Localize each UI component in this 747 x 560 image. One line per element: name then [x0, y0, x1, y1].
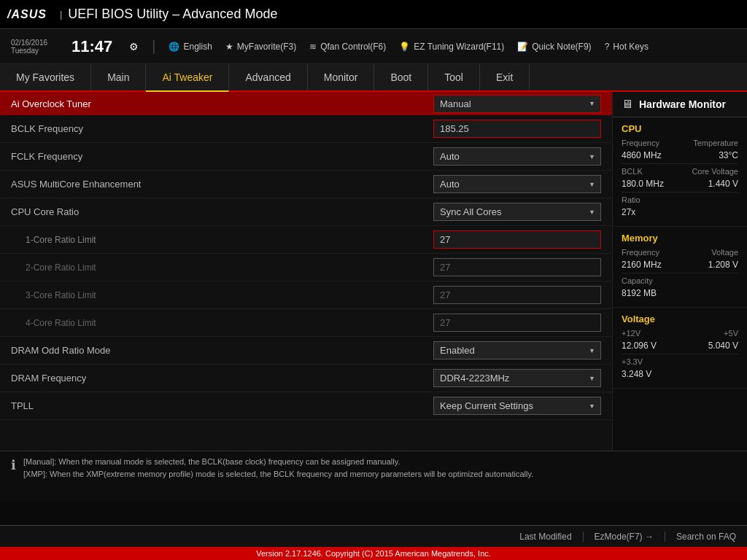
- nav-boot[interactable]: Boot: [374, 64, 428, 90]
- header-divider: |: [60, 9, 62, 20]
- dram-odd-ratio-wrapper[interactable]: Enabled Disabled: [433, 341, 601, 359]
- cpu-ratio-value-row: 27x: [622, 207, 738, 217]
- core3-ratio-row: 3-Core Ratio Limit: [0, 281, 612, 309]
- multicore-select-wrapper[interactable]: Auto Disabled: [433, 175, 601, 193]
- settings-panel: Ai Overclock Tuner Manual Auto XMP I XMP…: [0, 92, 612, 451]
- ezmode-button[interactable]: EzMode(F7) →: [584, 532, 665, 542]
- globe-icon: 🌐: [169, 42, 179, 52]
- hot-keys-label: Hot Keys: [613, 42, 649, 52]
- cpu-ratio-label: Ratio: [622, 195, 640, 204]
- topbar-divider: |: [152, 38, 155, 55]
- ez-tuning-button[interactable]: 💡 EZ Tuning Wizard(F11): [399, 42, 504, 52]
- v33-label-row: +3.3V: [622, 357, 738, 366]
- memory-section: Memory Frequency Voltage 2160 MHz 1.208 …: [613, 227, 747, 308]
- tpll-label: TPLL: [11, 400, 433, 411]
- nav-monitor[interactable]: Monitor: [308, 64, 375, 90]
- monitor-icon: 🖥: [622, 98, 633, 111]
- mem-volt-value: 1.208 V: [708, 260, 738, 270]
- core3-ratio-label: 3-Core Ratio Limit: [11, 290, 433, 300]
- hw-divider-2: [622, 192, 738, 192]
- date: 02/16/2016: [11, 39, 58, 47]
- qfan-label: Qfan Control(F6): [320, 42, 386, 52]
- nav-tool[interactable]: Tool: [428, 64, 480, 90]
- hot-keys-button[interactable]: ? Hot Keys: [605, 42, 649, 52]
- dram-odd-ratio-label: DRAM Odd Ratio Mode: [11, 345, 433, 356]
- cpu-bclk-label: BCLK: [622, 167, 643, 176]
- cpu-core-ratio-wrapper[interactable]: Sync All Cores Per Core Auto: [433, 203, 601, 221]
- bclk-frequency-input[interactable]: [433, 120, 601, 138]
- dram-frequency-row: DRAM Frequency DDR4-2223MHz Auto: [0, 365, 612, 392]
- search-faq-button[interactable]: Search on FAQ: [665, 532, 747, 542]
- dram-frequency-label: DRAM Frequency: [11, 373, 433, 384]
- core1-ratio-row: 1-Core Ratio Limit: [0, 226, 612, 254]
- last-modified-button[interactable]: Last Modified: [508, 532, 583, 542]
- core4-ratio-label: 4-Core Ratio Limit: [11, 318, 433, 328]
- ai-overclock-select-wrapper[interactable]: Manual Auto XMP I XMP II: [433, 95, 601, 113]
- dram-frequency-wrapper[interactable]: DDR4-2223MHz Auto: [433, 369, 601, 387]
- core4-ratio-input[interactable]: [433, 314, 601, 332]
- cpu-freq-value: 4860 MHz: [622, 150, 662, 160]
- nav-exit[interactable]: Exit: [480, 64, 530, 90]
- mem-cap-value: 8192 MB: [622, 288, 657, 298]
- day: Tuesday: [11, 47, 58, 55]
- nav-ai-tweaker[interactable]: Ai Tweaker: [146, 64, 229, 92]
- fclk-select[interactable]: Auto: [433, 147, 601, 166]
- time-display: 11:47: [71, 37, 112, 56]
- v33-value-row: 3.248 V: [622, 369, 738, 379]
- mem-freq-value: 2160 MHz: [622, 260, 662, 270]
- cpu-bclk-row: BCLK Core Voltage: [622, 167, 738, 176]
- cpu-corevolt-value: 1.440 V: [708, 179, 738, 189]
- bulb-icon: 💡: [399, 42, 410, 52]
- core3-ratio-input[interactable]: [433, 286, 601, 304]
- qfan-button[interactable]: ≋ Qfan Control(F6): [309, 42, 386, 52]
- bclk-frequency-row: BCLK Frequency: [0, 115, 612, 143]
- nav-advanced[interactable]: Advanced: [229, 64, 307, 90]
- multicore-select[interactable]: Auto Disabled: [433, 175, 601, 193]
- hw-divider-3: [622, 273, 738, 273]
- info-icon: ℹ: [11, 457, 16, 473]
- dram-odd-ratio-select[interactable]: Enabled Disabled: [433, 341, 601, 359]
- core4-ratio-row: 4-Core Ratio Limit: [0, 309, 612, 337]
- mem-cap-label: Capacity: [622, 276, 653, 285]
- v12-label: +12V: [622, 329, 640, 338]
- tpll-wrapper[interactable]: Keep Current Settings Auto: [433, 397, 601, 415]
- cpu-ratio-value: 27x: [622, 207, 635, 217]
- gear-icon[interactable]: ⚙: [129, 41, 139, 52]
- hardware-monitor-panel: 🖥 Hardware Monitor CPU Frequency Tempera…: [612, 92, 747, 451]
- fclk-frequency-label: FCLK Frequency: [11, 151, 433, 162]
- hardware-monitor-title: Hardware Monitor: [639, 98, 726, 110]
- cpu-bclk-value: 180.0 MHz: [622, 179, 664, 189]
- info-line1: [Manual]: When the manual mode is select…: [23, 456, 533, 468]
- topbar: 02/16/2016 Tuesday 11:47 ⚙ | 🌐 English ★…: [0, 29, 747, 64]
- cpu-core-ratio-select[interactable]: Sync All Cores Per Core Auto: [433, 203, 601, 221]
- bclk-frequency-label: BCLK Frequency: [11, 123, 433, 134]
- star-icon: ★: [225, 42, 233, 52]
- myfavorite-button[interactable]: ★ MyFavorite(F3): [225, 42, 296, 52]
- quick-note-button[interactable]: 📝 Quick Note(F9): [517, 42, 591, 52]
- nav-main[interactable]: Main: [91, 64, 146, 90]
- cpu-temp-value: 33°C: [719, 150, 738, 160]
- tpll-select[interactable]: Keep Current Settings Auto: [433, 397, 601, 415]
- settings-list: BCLK Frequency FCLK Frequency Auto ASUS …: [0, 115, 612, 420]
- nav-my-favorites[interactable]: My Favorites: [0, 64, 91, 90]
- cpu-ratio-label-row: Ratio: [622, 195, 738, 204]
- core2-ratio-input[interactable]: [433, 258, 601, 276]
- dram-frequency-select[interactable]: DDR4-2223MHz Auto: [433, 369, 601, 387]
- ai-overclock-select[interactable]: Manual Auto XMP I XMP II: [433, 95, 601, 113]
- ez-tuning-label: EZ Tuning Wizard(F11): [414, 42, 504, 52]
- core1-ratio-input[interactable]: [433, 230, 601, 249]
- cpu-freq-value-row: 4860 MHz 33°C: [622, 150, 738, 160]
- cpu-freq-label: Frequency: [622, 139, 659, 147]
- version-bar: Version 2.17.1246. Copyright (C) 2015 Am…: [0, 547, 747, 560]
- core1-ratio-label: 1-Core Ratio Limit: [11, 235, 433, 245]
- hw-divider-1: [622, 163, 738, 164]
- multicore-label: ASUS MultiCore Enhancement: [11, 179, 433, 190]
- fclk-select-wrapper[interactable]: Auto: [433, 147, 601, 166]
- v33-value: 3.248 V: [622, 369, 651, 379]
- info-text: [Manual]: When the manual mode is select…: [23, 456, 533, 480]
- question-icon: ?: [605, 42, 610, 52]
- mem-cap-value-row: 8192 MB: [622, 288, 738, 298]
- language-selector[interactable]: 🌐 English: [169, 42, 212, 52]
- v12-row: +12V +5V: [622, 329, 738, 338]
- language-label: English: [183, 42, 212, 52]
